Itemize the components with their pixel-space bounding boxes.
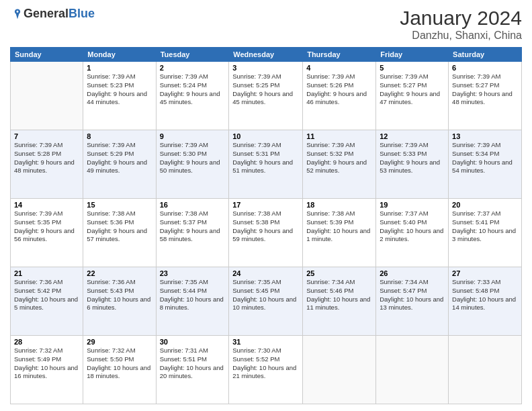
- day-header-sunday: Sunday: [11, 48, 83, 62]
- day-info: Sunrise: 7:39 AMSunset: 5:33 PMDaylight:…: [380, 141, 445, 175]
- calendar-cell: 22Sunrise: 7:36 AMSunset: 5:43 PMDayligh…: [83, 267, 156, 336]
- day-number: 26: [380, 269, 445, 277]
- calendar-cell: [449, 336, 522, 404]
- calendar-cell: 1Sunrise: 7:39 AMSunset: 5:23 PMDaylight…: [83, 62, 156, 130]
- day-info: Sunrise: 7:38 AMSunset: 5:39 PMDaylight:…: [306, 210, 372, 244]
- day-info: Sunrise: 7:34 AMSunset: 5:46 PMDaylight:…: [306, 278, 372, 312]
- calendar-cell: 10Sunrise: 7:39 AMSunset: 5:31 PMDayligh…: [229, 130, 303, 199]
- day-info: Sunrise: 7:39 AMSunset: 5:31 PMDaylight:…: [232, 141, 299, 175]
- calendar-cell: 4Sunrise: 7:39 AMSunset: 5:26 PMDaylight…: [303, 62, 376, 130]
- logo: GeneralBlue: [10, 7, 95, 21]
- day-number: 15: [87, 201, 152, 209]
- calendar-cell: 8Sunrise: 7:39 AMSunset: 5:29 PMDaylight…: [83, 130, 156, 199]
- calendar-cell: 31Sunrise: 7:30 AMSunset: 5:52 PMDayligh…: [229, 336, 303, 404]
- calendar-cell: 30Sunrise: 7:31 AMSunset: 5:51 PMDayligh…: [156, 336, 229, 404]
- day-info: Sunrise: 7:36 AMSunset: 5:43 PMDaylight:…: [87, 278, 152, 312]
- day-info: Sunrise: 7:39 AMSunset: 5:24 PMDaylight:…: [160, 73, 226, 107]
- calendar-cell: 13Sunrise: 7:39 AMSunset: 5:34 PMDayligh…: [449, 130, 522, 199]
- day-number: 19: [380, 201, 445, 209]
- day-header-saturday: Saturday: [449, 48, 522, 62]
- day-number: 18: [306, 201, 372, 209]
- calendar-cell: 16Sunrise: 7:38 AMSunset: 5:37 PMDayligh…: [156, 199, 229, 267]
- day-number: 10: [232, 132, 299, 140]
- calendar-cell: 29Sunrise: 7:32 AMSunset: 5:50 PMDayligh…: [83, 336, 156, 404]
- day-number: 3: [232, 64, 299, 72]
- header: GeneralBlue January 2024 Danzhu, Shanxi,…: [10, 7, 522, 42]
- day-number: 24: [232, 269, 299, 277]
- day-info: Sunrise: 7:39 AMSunset: 5:25 PMDaylight:…: [232, 73, 299, 107]
- calendar-cell: 15Sunrise: 7:38 AMSunset: 5:36 PMDayligh…: [83, 199, 156, 267]
- calendar-cell: 5Sunrise: 7:39 AMSunset: 5:27 PMDaylight…: [376, 62, 449, 130]
- calendar-cell: 23Sunrise: 7:35 AMSunset: 5:44 PMDayligh…: [156, 267, 229, 336]
- calendar-cell: 2Sunrise: 7:39 AMSunset: 5:24 PMDaylight…: [156, 62, 229, 130]
- day-info: Sunrise: 7:39 AMSunset: 5:28 PMDaylight:…: [14, 141, 79, 175]
- calendar-cell: 19Sunrise: 7:37 AMSunset: 5:40 PMDayligh…: [376, 199, 449, 267]
- calendar-table: SundayMondayTuesdayWednesdayThursdayFrid…: [10, 47, 522, 404]
- calendar-cell: 21Sunrise: 7:36 AMSunset: 5:42 PMDayligh…: [11, 267, 83, 336]
- day-info: Sunrise: 7:39 AMSunset: 5:23 PMDaylight:…: [87, 73, 152, 107]
- day-info: Sunrise: 7:39 AMSunset: 5:27 PMDaylight:…: [452, 73, 518, 107]
- title-area: January 2024 Danzhu, Shanxi, China: [400, 7, 522, 42]
- logo-blue: Blue: [69, 7, 95, 21]
- day-info: Sunrise: 7:39 AMSunset: 5:29 PMDaylight:…: [87, 141, 152, 175]
- calendar-cell: 27Sunrise: 7:33 AMSunset: 5:48 PMDayligh…: [449, 267, 522, 336]
- day-number: 30: [160, 338, 226, 346]
- day-number: 28: [14, 338, 79, 346]
- day-info: Sunrise: 7:30 AMSunset: 5:52 PMDaylight:…: [232, 347, 299, 381]
- calendar-cell: 20Sunrise: 7:37 AMSunset: 5:41 PMDayligh…: [449, 199, 522, 267]
- day-header-thursday: Thursday: [303, 48, 376, 62]
- day-info: Sunrise: 7:38 AMSunset: 5:38 PMDaylight:…: [232, 210, 299, 244]
- page: GeneralBlue January 2024 Danzhu, Shanxi,…: [0, 0, 532, 411]
- day-info: Sunrise: 7:39 AMSunset: 5:34 PMDaylight:…: [452, 141, 518, 175]
- day-info: Sunrise: 7:39 AMSunset: 5:30 PMDaylight:…: [160, 141, 226, 175]
- day-number: 20: [452, 201, 518, 209]
- day-number: 5: [380, 64, 445, 72]
- day-info: Sunrise: 7:38 AMSunset: 5:37 PMDaylight:…: [160, 210, 226, 244]
- day-number: 21: [14, 269, 79, 277]
- day-info: Sunrise: 7:31 AMSunset: 5:51 PMDaylight:…: [160, 347, 226, 381]
- day-number: 6: [452, 64, 518, 72]
- day-header-tuesday: Tuesday: [156, 48, 229, 62]
- day-info: Sunrise: 7:38 AMSunset: 5:36 PMDaylight:…: [87, 210, 152, 244]
- day-info: Sunrise: 7:37 AMSunset: 5:41 PMDaylight:…: [452, 210, 518, 244]
- calendar-cell: 14Sunrise: 7:39 AMSunset: 5:35 PMDayligh…: [11, 199, 83, 267]
- day-info: Sunrise: 7:39 AMSunset: 5:32 PMDaylight:…: [306, 141, 372, 175]
- day-info: Sunrise: 7:37 AMSunset: 5:40 PMDaylight:…: [380, 210, 445, 244]
- day-header-wednesday: Wednesday: [229, 48, 303, 62]
- day-number: 25: [306, 269, 372, 277]
- day-info: Sunrise: 7:35 AMSunset: 5:44 PMDaylight:…: [160, 278, 226, 312]
- day-header-friday: Friday: [376, 48, 449, 62]
- calendar-cell: 18Sunrise: 7:38 AMSunset: 5:39 PMDayligh…: [303, 199, 376, 267]
- logo-icon: [11, 8, 24, 20]
- day-number: 7: [14, 132, 79, 140]
- day-number: 11: [306, 132, 372, 140]
- calendar-cell: 25Sunrise: 7:34 AMSunset: 5:46 PMDayligh…: [303, 267, 376, 336]
- day-info: Sunrise: 7:39 AMSunset: 5:35 PMDaylight:…: [14, 210, 79, 244]
- day-header-monday: Monday: [83, 48, 156, 62]
- location: Danzhu, Shanxi, China: [400, 30, 522, 42]
- calendar-cell: 11Sunrise: 7:39 AMSunset: 5:32 PMDayligh…: [303, 130, 376, 199]
- day-number: 29: [87, 338, 152, 346]
- calendar-cell: 7Sunrise: 7:39 AMSunset: 5:28 PMDaylight…: [11, 130, 83, 199]
- day-number: 23: [160, 269, 226, 277]
- calendar-cell: 6Sunrise: 7:39 AMSunset: 5:27 PMDaylight…: [449, 62, 522, 130]
- day-number: 9: [160, 132, 226, 140]
- calendar-cell: 26Sunrise: 7:34 AMSunset: 5:47 PMDayligh…: [376, 267, 449, 336]
- day-number: 13: [452, 132, 518, 140]
- day-info: Sunrise: 7:33 AMSunset: 5:48 PMDaylight:…: [452, 278, 518, 312]
- day-info: Sunrise: 7:35 AMSunset: 5:45 PMDaylight:…: [232, 278, 299, 312]
- calendar-cell: 3Sunrise: 7:39 AMSunset: 5:25 PMDaylight…: [229, 62, 303, 130]
- day-info: Sunrise: 7:32 AMSunset: 5:49 PMDaylight:…: [14, 347, 79, 381]
- calendar-cell: 17Sunrise: 7:38 AMSunset: 5:38 PMDayligh…: [229, 199, 303, 267]
- day-number: 1: [87, 64, 152, 72]
- day-info: Sunrise: 7:39 AMSunset: 5:27 PMDaylight:…: [380, 73, 445, 107]
- day-info: Sunrise: 7:32 AMSunset: 5:50 PMDaylight:…: [87, 347, 152, 381]
- month-year: January 2024: [400, 7, 522, 30]
- day-number: 31: [232, 338, 299, 346]
- day-info: Sunrise: 7:36 AMSunset: 5:42 PMDaylight:…: [14, 278, 79, 312]
- calendar-cell: [11, 62, 83, 130]
- calendar-cell: [376, 336, 449, 404]
- day-number: 12: [380, 132, 445, 140]
- logo-general: General: [24, 7, 69, 21]
- day-number: 2: [160, 64, 226, 72]
